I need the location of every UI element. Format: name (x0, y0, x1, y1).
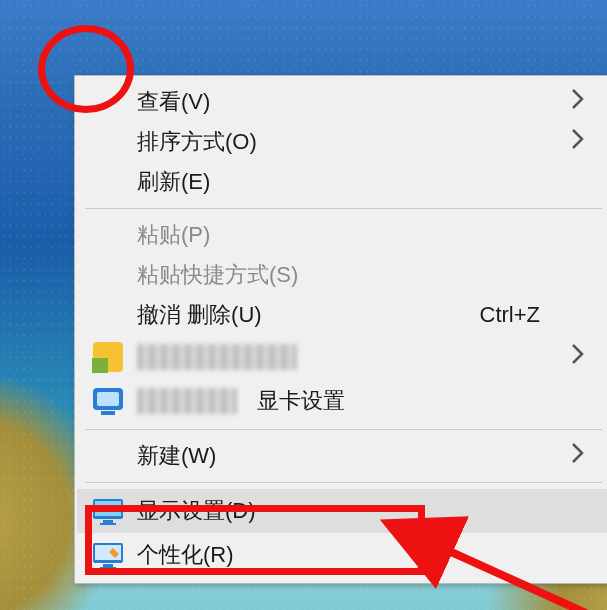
vendor1-icon (91, 340, 125, 374)
menu-item-label: 新建(W) (137, 441, 580, 471)
svg-rect-4 (101, 411, 115, 415)
menu-item-label: 撤消 删除(U) (137, 300, 480, 330)
display-icon (91, 494, 125, 528)
menu-item-view[interactable]: 查看(V) (77, 82, 607, 122)
menu-item-paste: 粘贴(P) (77, 215, 607, 255)
blurred-text (137, 344, 297, 370)
menu-item-graphics-settings[interactable]: 显卡设置 (77, 379, 607, 423)
personalize-icon (91, 538, 125, 572)
menu-item-vendor1[interactable] (77, 335, 607, 379)
chevron-right-icon (570, 441, 586, 471)
menu-separator (85, 208, 602, 209)
menu-item-personalize[interactable]: 个性化(R) (77, 533, 607, 577)
svg-rect-7 (103, 520, 113, 523)
svg-rect-3 (97, 392, 119, 406)
svg-rect-12 (100, 567, 116, 569)
svg-rect-6 (95, 501, 121, 516)
vendor2-icon (91, 384, 125, 418)
menu-item-label: 粘贴(P) (137, 220, 580, 250)
menu-item-label: 排序方式(O) (137, 127, 580, 157)
blurred-text (137, 388, 237, 414)
svg-rect-1 (92, 358, 108, 373)
menu-item-label: 刷新(E) (137, 167, 580, 197)
menu-item-shortcut: Ctrl+Z (480, 302, 581, 328)
chevron-right-icon (570, 127, 586, 157)
svg-rect-11 (103, 564, 113, 567)
menu-item-label: 查看(V) (137, 87, 580, 117)
chevron-right-icon (570, 87, 586, 117)
menu-separator (85, 429, 602, 430)
menu-item-display-settings[interactable]: 显示设置(D) (77, 489, 607, 533)
menu-item-sort[interactable]: 排序方式(O) (77, 122, 607, 162)
chevron-right-icon (570, 342, 586, 372)
menu-item-label: 显卡设置 (257, 386, 580, 416)
menu-item-paste-shortcut: 粘贴快捷方式(S) (77, 255, 607, 295)
menu-item-refresh[interactable]: 刷新(E) (77, 162, 607, 202)
menu-item-label: 粘贴快捷方式(S) (137, 260, 580, 290)
menu-item-new[interactable]: 新建(W) (77, 436, 607, 476)
menu-separator (85, 482, 602, 483)
menu-item-label: 显示设置(D) (137, 496, 580, 526)
menu-item-undo-delete[interactable]: 撤消 删除(U) Ctrl+Z (77, 295, 607, 335)
svg-rect-8 (100, 523, 116, 525)
menu-item-label: 个性化(R) (137, 540, 580, 570)
desktop-context-menu: 查看(V) 排序方式(O) 刷新(E) 粘贴(P) 粘贴快捷方式(S) 撤消 删… (74, 75, 607, 584)
